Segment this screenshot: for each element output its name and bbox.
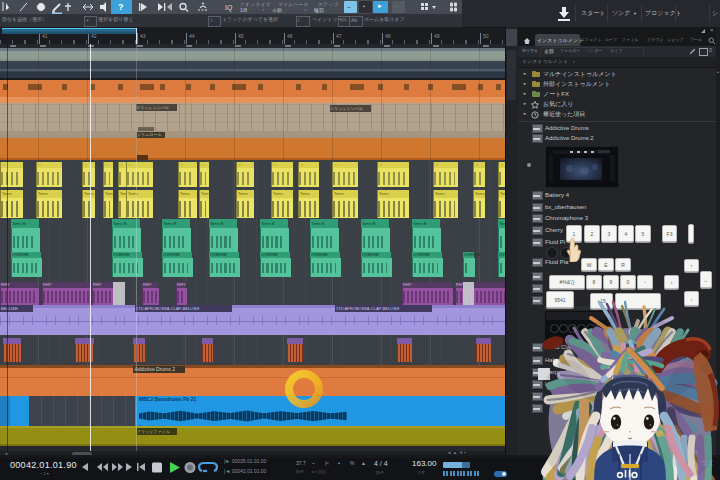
svg-text:IQ: IQ	[225, 4, 233, 12]
